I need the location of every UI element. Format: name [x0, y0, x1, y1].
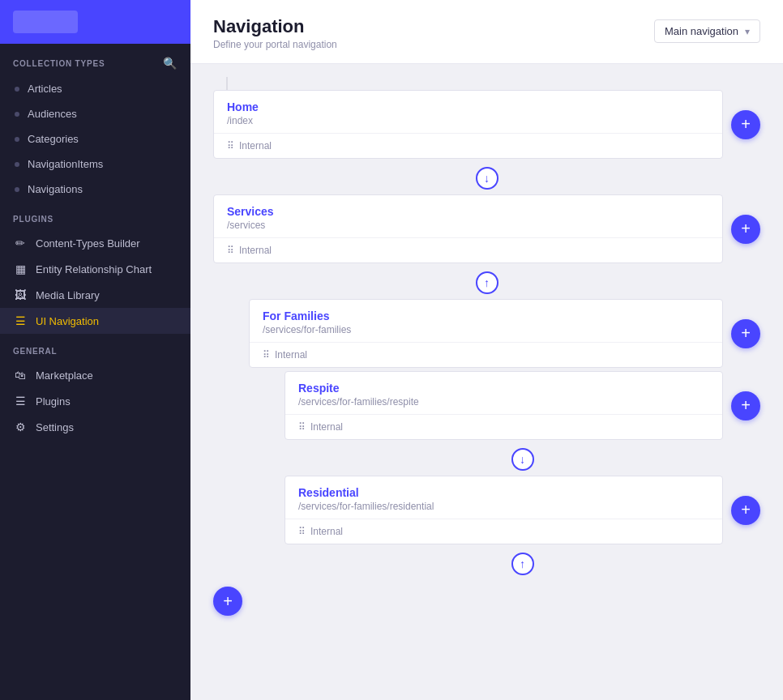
nav-item-for-families: For Families /services/for-families ⠿ In… [249, 299, 723, 368]
sidebar: COLLECTION TYPES 🔍 Articles Audiences Ca… [0, 0, 190, 700]
sidebar-item-label: Plugins [36, 395, 71, 408]
general-section: GENERAL [0, 334, 190, 362]
nav-item-row-home: Home /index ⠿ Internal + [213, 90, 760, 159]
sidebar-item-navigationitems[interactable]: NavigationItems [0, 152, 190, 177]
sidebar-item-label: Media Library [36, 289, 100, 301]
home-down-arrow-button[interactable]: ↓ [476, 167, 498, 190]
nav-item-respite: Respite /services/for-families/respite ⠿… [285, 371, 723, 440]
nested-level-1: For Families /services/for-families ⠿ In… [249, 299, 760, 580]
respite-down-arrow-button[interactable]: ↓ [511, 448, 534, 471]
main-content: Navigation Define your portal navigation… [190, 0, 783, 700]
add-button-residential[interactable]: + [731, 496, 760, 525]
connector-line [226, 77, 228, 90]
sidebar-item-marketplace[interactable]: 🛍 Marketplace [0, 362, 190, 388]
plugins-icon: ☰ [13, 395, 28, 408]
add-button-for-families[interactable]: + [731, 319, 760, 348]
sidebar-item-label: Navigations [28, 183, 83, 195]
nav-item-row-respite: Respite /services/for-families/respite ⠿… [285, 371, 760, 440]
nav-icon: ☰ [13, 314, 28, 327]
sidebar-item-settings[interactable]: ⚙ Settings [0, 414, 190, 440]
services-up-arrow-container: ↑ [213, 267, 760, 299]
services-up-arrow-button[interactable]: ↑ [476, 271, 498, 294]
nav-item-residential-footer: ⠿ Internal [285, 519, 722, 544]
nav-selector-label: Main navigation [665, 25, 738, 37]
nav-item-respite-footer: ⠿ Internal [285, 415, 722, 439]
page-subtitle: Define your portal navigation [213, 39, 337, 50]
residential-up-arrow-container: ↑ [285, 548, 760, 580]
sitemap-icon: ⠿ [263, 349, 270, 361]
dot-icon [15, 112, 19, 117]
dot-icon [15, 87, 19, 92]
nav-item-services-footer: ⠿ Internal [214, 238, 722, 262]
nav-item-residential-type: Internal [310, 526, 343, 537]
sidebar-logo [0, 0, 190, 44]
add-button-respite[interactable]: + [731, 391, 760, 420]
respite-down-arrow-container: ↓ [285, 443, 760, 476]
residential-up-arrow-button[interactable]: ↑ [511, 553, 534, 575]
sidebar-item-audiences[interactable]: Audiences [0, 101, 190, 126]
sidebar-item-label: Settings [36, 421, 74, 433]
sidebar-item-content-types-builder[interactable]: ✏ Content-Types Builder [0, 230, 190, 256]
page-title-block: Navigation Define your portal navigation [213, 16, 337, 50]
sidebar-item-label: NavigationItems [28, 158, 103, 170]
chevron-down-icon: ▾ [745, 26, 750, 37]
pencil-icon: ✏ [13, 237, 28, 250]
sidebar-item-plugins[interactable]: ☰ Plugins [0, 388, 190, 414]
nav-item-residential-header: Residential /services/for-families/resid… [285, 476, 722, 519]
nav-item-respite-header: Respite /services/for-families/respite [285, 372, 722, 415]
nav-item-for-families-path: /services/for-families [263, 324, 709, 335]
page-header: Navigation Define your portal navigation… [190, 0, 783, 64]
sidebar-item-label: Entity Relationship Chart [36, 263, 152, 275]
dot-icon [15, 137, 19, 142]
nav-item-home: Home /index ⠿ Internal [213, 90, 723, 159]
sitemap-icon: ⠿ [227, 245, 234, 256]
marketplace-icon: 🛍 [13, 369, 28, 382]
home-down-arrow-container: ↓ [213, 162, 760, 194]
search-icon[interactable]: 🔍 [163, 57, 178, 70]
page-title: Navigation [213, 16, 337, 37]
grid-icon: ▦ [13, 262, 28, 275]
add-button-services[interactable]: + [731, 215, 760, 244]
logo [13, 11, 78, 33]
nav-item-home-type: Internal [239, 140, 272, 152]
sidebar-item-articles[interactable]: Articles [0, 76, 190, 101]
sidebar-item-navigations[interactable]: Navigations [0, 177, 190, 202]
nav-selector[interactable]: Main navigation ▾ [654, 19, 760, 43]
nav-item-row-for-families: For Families /services/for-families ⠿ In… [249, 299, 760, 368]
nav-item-respite-path: /services/for-families/respite [298, 396, 709, 408]
nav-item-for-families-footer: ⠿ Internal [250, 343, 722, 367]
nav-item-respite-type: Internal [310, 421, 343, 433]
nav-item-services-title: Services [227, 205, 709, 218]
image-icon: 🖼 [13, 288, 28, 301]
add-button-home[interactable]: + [731, 110, 760, 139]
nav-item-for-families-type: Internal [275, 349, 307, 361]
nav-item-row-services: Services /services ⠿ Internal + [213, 194, 760, 263]
bottom-add-button[interactable]: + [213, 587, 242, 616]
nav-item-services-path: /services [227, 220, 709, 231]
sidebar-item-label: Marketplace [36, 369, 93, 382]
nav-tree: Home /index ⠿ Internal + ↓ Services /ser… [190, 64, 783, 700]
nav-item-respite-title: Respite [298, 382, 709, 395]
sidebar-item-label: Audiences [28, 108, 77, 120]
sitemap-icon: ⠿ [298, 421, 306, 433]
bottom-add-container: + [213, 580, 760, 622]
sidebar-item-categories[interactable]: Categories [0, 126, 190, 152]
nested-level-2: Respite /services/for-families/respite ⠿… [285, 371, 760, 580]
sidebar-item-label: Articles [28, 83, 62, 95]
sitemap-icon: ⠿ [227, 140, 234, 152]
sitemap-icon: ⠿ [298, 526, 306, 537]
collection-types-section: COLLECTION TYPES 🔍 [0, 44, 190, 76]
nav-item-home-path: /index [227, 115, 709, 126]
nav-item-residential-title: Residential [298, 486, 709, 499]
nav-item-for-families-header: For Families /services/for-families [250, 300, 722, 343]
sidebar-item-entity-relationship-chart[interactable]: ▦ Entity Relationship Chart [0, 256, 190, 282]
plugins-section: PLUGINS [0, 202, 190, 230]
nav-item-row-residential: Residential /services/for-families/resid… [285, 476, 760, 544]
collection-types-label: COLLECTION TYPES [13, 59, 105, 68]
dot-icon [15, 162, 19, 167]
sidebar-item-ui-navigation[interactable]: ☰ UI Navigation [0, 308, 190, 334]
nav-item-residential: Residential /services/for-families/resid… [285, 476, 723, 544]
settings-icon: ⚙ [13, 420, 28, 433]
sidebar-item-media-library[interactable]: 🖼 Media Library [0, 282, 190, 308]
sidebar-item-label: UI Navigation [36, 315, 99, 327]
